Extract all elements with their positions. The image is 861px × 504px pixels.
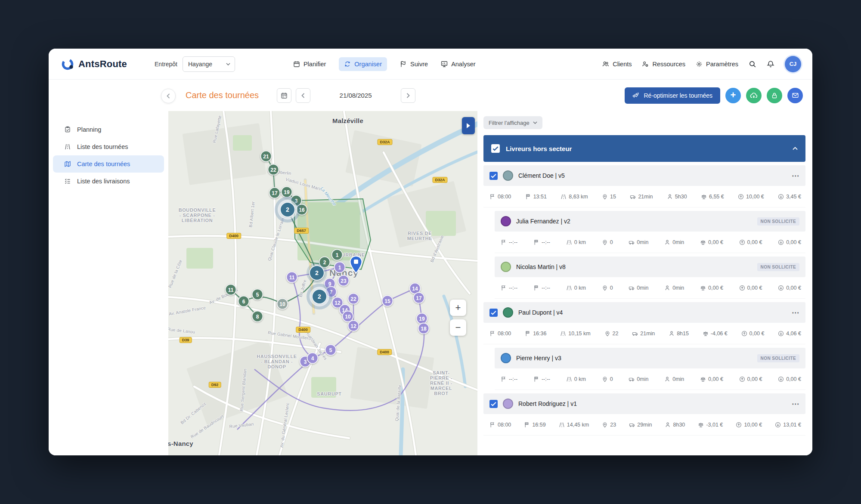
driver-card: Clément Doe | v5 ⋯ 08:0013:518,63 km1521… xyxy=(483,165,805,207)
stat-balance: 6,55 € xyxy=(701,194,724,200)
driver-stats-row: 08:0013:518,63 km1521min5h306,55 €10,00 … xyxy=(483,186,805,207)
nav-planifier[interactable]: Planifier xyxy=(293,61,326,68)
sidebar-item-liste-tournees[interactable]: Liste des tournées xyxy=(53,138,164,155)
driver-name: Nicolas Martin | v8 xyxy=(516,263,566,270)
current-date[interactable]: 21/08/2025 xyxy=(315,92,396,99)
sidebar-item-carte-tournees[interactable]: Carte des tournées xyxy=(53,155,164,173)
map-stop-marker[interactable]: 18 xyxy=(418,323,430,334)
stat-arrival-time: 16:59 xyxy=(524,422,545,428)
stat-revenue: 0,00 € xyxy=(739,376,762,382)
nav-suivre[interactable]: Suivre xyxy=(400,61,428,68)
selected-location-pin[interactable] xyxy=(350,256,362,275)
driver-group-header[interactable]: Livreurs hors secteur xyxy=(483,135,805,162)
map-stop-marker[interactable]: 4 xyxy=(307,352,319,364)
nav-ressources[interactable]: Ressources xyxy=(642,61,685,68)
zoom-in-button[interactable]: + xyxy=(450,300,466,316)
nav-clients[interactable]: Clients xyxy=(602,61,632,68)
bell-icon[interactable] xyxy=(767,60,774,68)
nav-parametres[interactable]: Paramètres xyxy=(696,61,738,68)
map-stop-marker[interactable]: 23 xyxy=(338,275,350,287)
driver-row[interactable]: Nicolas Martin | v8 NON SOLLICITE xyxy=(495,257,805,277)
stat-travel-time: 0min xyxy=(629,376,648,382)
driver-checkbox[interactable] xyxy=(489,309,498,317)
driver-row[interactable]: Julia Fernandez | v2 NON SOLLICITE xyxy=(495,211,805,232)
map-stop-marker[interactable]: 1 xyxy=(334,262,346,273)
stat-distance: 0 km xyxy=(566,239,586,245)
map-stop-marker[interactable]: 19 xyxy=(281,186,293,198)
map-stop-marker[interactable]: 6 xyxy=(238,296,250,307)
map-stop-marker[interactable]: 1 xyxy=(331,249,343,261)
driver-row-right: ⋯ xyxy=(792,308,799,317)
calendar-icon xyxy=(293,61,300,68)
unsolicited-badge: NON SOLLICITE xyxy=(757,217,799,226)
flag-icon xyxy=(400,61,407,68)
reoptimize-button[interactable]: Ré-optimiser les tournées xyxy=(625,87,720,104)
mail-button[interactable] xyxy=(787,88,803,103)
map-stop-marker[interactable]: 8 xyxy=(252,311,263,322)
map-zoom-controls: + − xyxy=(450,300,466,336)
chevron-up-icon[interactable] xyxy=(793,147,798,150)
sidebar-item-planning[interactable]: Planning xyxy=(53,121,164,138)
stat-work-time: 5h30 xyxy=(667,194,687,200)
driver-row-right: ⋯ xyxy=(792,171,799,180)
map-stop-marker[interactable]: 2 xyxy=(280,202,295,217)
map-stop-marker[interactable]: 17 xyxy=(269,187,281,199)
next-day-button[interactable] xyxy=(401,88,415,103)
map-stop-marker[interactable]: 17 xyxy=(413,292,425,304)
driver-name: Clément Doe | v5 xyxy=(518,172,565,179)
stat-work-time: 0min xyxy=(664,239,684,245)
stat-distance: 0 km xyxy=(566,285,586,291)
nav-organiser[interactable]: Organiser xyxy=(339,57,387,71)
cloud-download-button[interactable] xyxy=(746,88,762,103)
toolbar-actions: Ré-optimiser les tournées + xyxy=(625,87,803,104)
warehouse-select[interactable]: Hayange xyxy=(183,56,235,72)
map-stop-marker[interactable]: 16 xyxy=(296,204,308,216)
map-stop-marker[interactable]: 11 xyxy=(286,272,298,283)
driver-checkbox[interactable] xyxy=(489,400,498,408)
calendar-picker-button[interactable] xyxy=(277,88,291,103)
rocket-icon xyxy=(632,92,639,99)
map-stop-marker[interactable]: 15 xyxy=(382,295,393,307)
driver-row[interactable]: Pierre Henry | v3 NON SOLLICITE xyxy=(495,348,805,368)
page-toolbar: Carte des tournées 21/08/2025 xyxy=(168,80,812,111)
chart-icon xyxy=(441,61,448,68)
map-stop-marker[interactable]: 2 xyxy=(312,289,327,304)
map-stop-marker[interactable]: 5 xyxy=(252,289,263,300)
search-icon[interactable] xyxy=(749,60,756,68)
driver-row[interactable]: Robert Rodriguez | v1 ⋯ xyxy=(483,393,805,414)
driver-menu-button[interactable]: ⋯ xyxy=(792,171,799,180)
filter-display-dropdown[interactable]: Filtrer l'affichage xyxy=(483,116,542,129)
expand-map-button[interactable] xyxy=(462,117,475,134)
brand[interactable]: AntsRoute xyxy=(61,57,127,71)
map-stop-marker[interactable]: 2 xyxy=(309,265,325,281)
user-avatar[interactable]: CJ xyxy=(785,56,801,72)
group-checkbox[interactable] xyxy=(491,144,500,153)
driver-stats-row: --:----:--0 km00min0min0,00 €0,00 €0,00 … xyxy=(495,277,805,299)
previous-day-button[interactable] xyxy=(296,88,310,103)
sidebar-item-liste-livraisons[interactable]: Liste des livraisons xyxy=(53,173,164,190)
map-stop-marker[interactable]: 12 xyxy=(348,320,359,332)
collapse-sidebar-button[interactable] xyxy=(161,89,176,103)
lock-button[interactable] xyxy=(767,88,782,103)
zoom-out-button[interactable]: − xyxy=(450,319,466,336)
stat-departure-time: 08:00 xyxy=(489,331,511,337)
driver-menu-button[interactable]: ⋯ xyxy=(792,308,799,317)
stat-revenue: 10,00 € xyxy=(738,194,764,200)
stat-revenue: 0,00 € xyxy=(741,331,765,337)
driver-name: Pierre Henry | v3 xyxy=(516,355,561,362)
map-stop-marker[interactable]: 10 xyxy=(277,298,288,310)
driver-menu-button[interactable]: ⋯ xyxy=(792,399,799,408)
map-stop-marker[interactable]: 11 xyxy=(225,284,237,296)
map-stop-marker[interactable]: 22 xyxy=(348,293,359,305)
driver-checkbox[interactable] xyxy=(489,172,498,180)
map-stop-marker[interactable]: 21 xyxy=(260,151,272,162)
add-button[interactable]: + xyxy=(725,88,741,103)
map-stop-marker[interactable]: 5 xyxy=(325,344,337,356)
driver-row[interactable]: Paul Dupont | v4 ⋯ xyxy=(483,302,805,323)
driver-row[interactable]: Clément Doe | v5 ⋯ xyxy=(483,165,805,186)
map-canvas[interactable]: Malzévilles-NancyNancyÉ URBAINEBOUDONVIL… xyxy=(168,111,477,455)
driver-name: Paul Dupont | v4 xyxy=(518,309,563,316)
nav-analyser[interactable]: Analyser xyxy=(441,61,475,68)
primary-nav: Planifier Organiser Suivre xyxy=(293,57,476,71)
map-stop-marker[interactable]: 22 xyxy=(268,164,279,176)
